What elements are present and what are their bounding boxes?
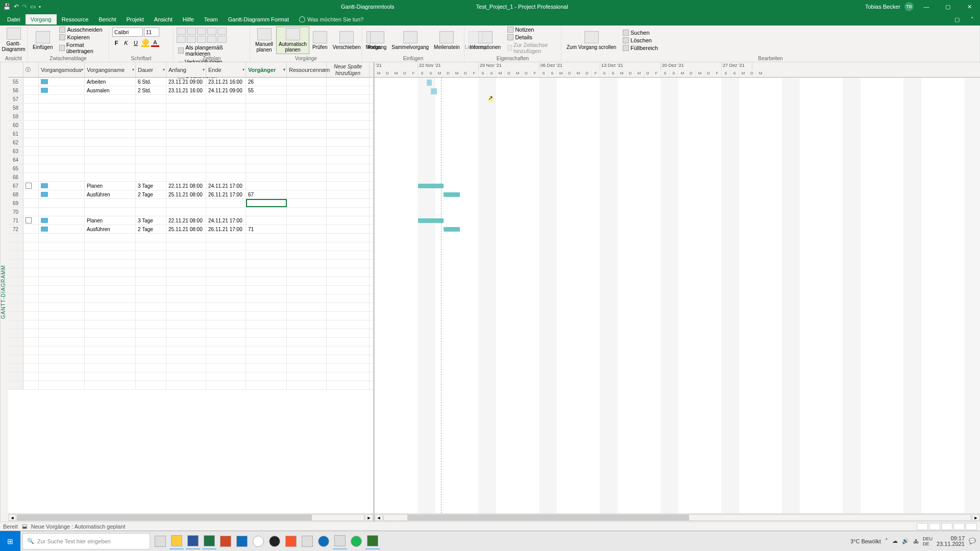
tell-me[interactable]: Was möchten Sie tun? [299,16,363,22]
pct-75-icon[interactable] [207,28,216,35]
summary-task-button[interactable]: Sammelvorgang [389,30,431,51]
brave-icon[interactable] [284,533,298,549]
table-row[interactable] [8,242,373,251]
redo-icon[interactable]: ↷ [22,3,27,10]
schedule-mode-icon[interactable]: ⬓ [22,523,27,530]
gantt-bar[interactable] [418,218,444,223]
italic-button[interactable]: K [122,39,130,47]
table-row[interactable]: 62 [8,138,373,147]
word-icon[interactable] [186,533,200,549]
gantt-view-button[interactable]: Gantt- Diagramm [3,27,24,53]
font-size[interactable] [144,28,159,37]
table-row[interactable]: 70 [8,208,373,216]
table-row[interactable]: 61 [8,130,373,138]
gantt-bar[interactable] [418,184,444,188]
task-view-icon[interactable] [153,533,167,549]
tab-hilfe[interactable]: Hilfe [178,14,199,24]
indent-icon[interactable] [187,36,196,43]
fill-button[interactable]: Füllbereich [621,44,659,52]
scroll-to-task-button[interactable]: Zum Vorgang scrollen [565,30,618,51]
col-resources[interactable]: Ressourcennam▾ [287,62,327,77]
table-row[interactable] [8,294,373,303]
tab-datei[interactable]: Datei [2,14,26,24]
col-start[interactable]: Anfang▾ [166,62,206,77]
table-row[interactable]: 69 ▾ [8,199,373,208]
save-icon[interactable]: 💾 [3,3,11,10]
edge-dev-icon[interactable] [235,533,249,549]
scroll-left-icon[interactable]: ◄ [8,514,16,521]
scroll-right-icon[interactable]: ► [365,514,373,521]
project-icon[interactable] [365,533,380,549]
volume-icon[interactable]: 🔊 [902,538,909,544]
pct-50-icon[interactable] [197,28,206,35]
view-usage-icon[interactable] [929,523,940,530]
table-row[interactable] [8,381,373,390]
close-button[interactable]: ✕ [961,0,978,13]
avatar[interactable]: TB [904,2,914,11]
col-name[interactable]: Vorgangsname▾ [85,62,136,77]
tab-ansicht[interactable]: Ansicht [149,14,178,24]
ribbon-options-icon[interactable]: ▢ [949,13,965,26]
maximize-button[interactable]: ▢ [939,0,957,13]
format-painter-button[interactable]: Format übertragen [58,41,106,55]
touch-icon[interactable]: ▭ [30,3,36,10]
collapse-ribbon-icon[interactable]: ˄ [965,13,980,26]
notepad-icon[interactable] [333,533,347,549]
obs-icon[interactable] [267,533,282,549]
table-row[interactable]: 66 [8,173,373,182]
col-end[interactable]: Ende▾ [206,62,246,77]
table-row[interactable]: 55 Arbeiten 6 Std. 23.11.21 09:00 23.11.… [8,78,373,86]
table-row[interactable]: 64 [8,156,373,164]
details-button[interactable]: Details [506,34,558,41]
table-row[interactable] [8,312,373,320]
view-sheet-icon[interactable] [953,523,965,530]
gantt-bar[interactable] [431,88,437,94]
table-row[interactable]: 59 [8,112,373,121]
app-icon[interactable] [300,533,314,549]
copy-button[interactable]: Kopieren [58,34,106,41]
undo-icon[interactable]: ↶ [14,3,19,10]
powerpoint-icon[interactable] [218,533,233,549]
table-row[interactable] [8,355,373,364]
search-input[interactable]: 🔍Zur Suche Text hier eingeben [22,533,150,549]
pct-100-icon[interactable] [217,28,227,35]
tab-format[interactable]: Gantt-Diagramm Format [223,14,294,24]
outdent-icon[interactable] [177,36,186,43]
table-row[interactable] [8,303,373,312]
paste-button[interactable]: Einfügen [31,30,55,51]
gantt-scroll-right-icon[interactable]: ► [972,514,980,521]
table-row[interactable]: 65 [8,164,373,173]
col-add[interactable]: Neue Spalte hinzufügen [327,62,370,77]
find-button[interactable]: Suchen [621,29,659,36]
insert-task-button[interactable]: Vorgang [365,30,388,51]
auto-schedule-button[interactable]: Automatisch planen [276,27,309,54]
table-row[interactable] [8,277,373,286]
notification-icon[interactable]: 💬 [969,538,976,544]
onedrive-icon[interactable]: ☁ [892,538,898,544]
col-mode[interactable]: Vorgangsmodus▾ [39,62,85,77]
clock[interactable]: 09:1723.11.2021 [937,536,965,547]
table-row[interactable]: 72 Ausführen 2 Tage 25.11.21 08:00 26.11… [8,225,373,234]
table-row[interactable]: 58 [8,104,373,112]
table-row[interactable]: 60 [8,121,373,130]
table-row[interactable]: 67 Planen 3 Tage 22.11.21 08:00 24.11.21… [8,182,373,190]
col-duration[interactable]: Dauer▾ [136,62,166,77]
edge-icon[interactable] [316,533,331,549]
view-label[interactable]: GANTT-DIAGRAMM [0,62,8,521]
highlight-button[interactable]: 🟡 [141,39,150,47]
split-icon[interactable] [217,36,227,43]
minimize-button[interactable]: — [918,0,935,13]
table-row[interactable] [8,251,373,260]
spotify-icon[interactable] [349,533,363,549]
language-indicator[interactable]: DEU DE [923,536,933,546]
table-row[interactable]: 68 Ausführen 2 Tage 25.11.21 08:00 26.11… [8,190,373,199]
underline-button[interactable]: U [132,39,140,47]
col-info[interactable]: ⓘ [23,62,39,77]
inspect-button[interactable]: Prüfen [310,30,329,51]
excel-icon[interactable] [202,533,216,549]
table-row[interactable] [8,364,373,372]
table-row[interactable]: 71 Planen 3 Tage 22.11.21 08:00 24.11.21… [8,216,373,225]
qat-more-icon[interactable]: ▾ [39,5,41,9]
clear-button[interactable]: Löschen [621,37,659,44]
tab-bericht[interactable]: Bericht [93,14,121,24]
